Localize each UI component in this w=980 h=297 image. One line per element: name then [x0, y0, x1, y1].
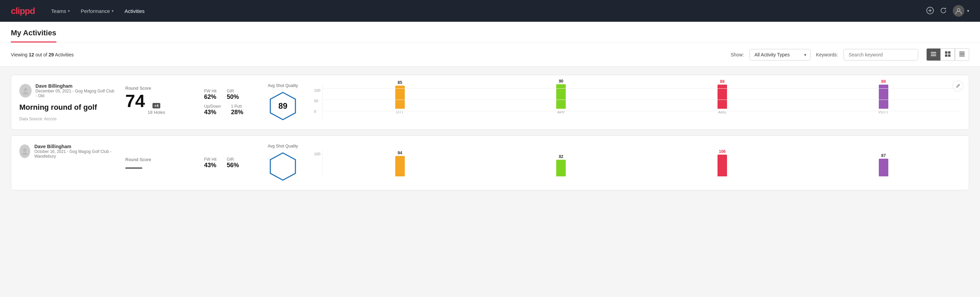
page-header: My Activities [0, 22, 980, 43]
shot-quality-chart: 100 50 0 85 OTT [314, 83, 961, 121]
show-label: Show: [731, 52, 744, 57]
metric-row-1: FW Hit 43% GIR 56% [204, 157, 251, 169]
shot-quality-chart: 100 94 82 106 [314, 144, 961, 182]
svg-rect-11 [959, 52, 965, 52]
viewing-text: Viewing 12 out of 29 Activities [11, 52, 725, 57]
user-date: December 05, 2021 - Gog Magog Golf Club … [36, 89, 115, 98]
activity-type-select-wrapper: All Activity Types [749, 49, 811, 61]
user-name: Dave Billingham [36, 83, 115, 89]
search-input[interactable] [843, 49, 918, 61]
activities-list: Dave Billingham December 05, 2021 - Gog … [0, 67, 980, 198]
hexagon: 89 [267, 91, 298, 121]
bar-arg: 89 ARG [645, 79, 800, 114]
round-score-label: Round Score [125, 157, 193, 162]
bar-putt: 89 PUTT [806, 79, 961, 114]
metric-row-2: Up/Down 43% 1 Putt 28% [204, 104, 251, 116]
page-title: My Activities [11, 22, 56, 43]
svg-point-15 [24, 88, 27, 91]
navbar: clippd Teams ▾ Performance ▾ Activities [0, 0, 980, 22]
score-badge: +4 [153, 103, 160, 109]
filter-bar: Viewing 12 out of 29 Activities Show: Al… [0, 43, 980, 67]
keywords-label: Keywords: [816, 52, 838, 57]
logo[interactable]: clippd [11, 6, 35, 16]
view-list-compact-button[interactable] [926, 48, 940, 61]
view-toggle [926, 48, 969, 61]
avatar [19, 144, 30, 158]
svg-rect-6 [931, 55, 936, 56]
activity-type-select[interactable]: All Activity Types [749, 49, 811, 61]
hexagon [267, 151, 298, 182]
user-avatar[interactable] [953, 5, 964, 17]
svg-rect-14 [959, 56, 965, 56]
bar-putt: 87 [806, 153, 961, 176]
svg-point-19 [22, 153, 27, 155]
score-value: 74 [125, 92, 145, 110]
hexagon-score: 89 [278, 101, 288, 111]
svg-point-3 [957, 8, 960, 11]
metric-gir: GIR 56% [227, 157, 239, 169]
card-metrics: FW Hit 62% GIR 50% Up/Down 43% 1 Putt 28… [204, 83, 251, 121]
metric-fw-hit: FW Hit 43% [204, 157, 216, 169]
bar-arg: 106 [645, 149, 800, 176]
chevron-down-icon: ▾ [68, 9, 70, 13]
round-score-label: Round Score [125, 86, 193, 91]
data-source: Data Source: Arccos [19, 117, 115, 121]
score-row: 74 +4 18 Holes [125, 92, 193, 119]
svg-point-16 [23, 92, 28, 94]
user-row: Dave Billingham October 16, 2021 - Gog M… [19, 144, 115, 159]
svg-rect-4 [931, 52, 936, 53]
viewing-count: 12 [29, 52, 34, 57]
avatar [19, 84, 32, 97]
user-chevron-icon: ▾ [967, 8, 969, 13]
metric-row-1: FW Hit 62% GIR 50% [204, 89, 251, 101]
svg-rect-9 [945, 54, 947, 57]
metric-1putt: 1 Putt 28% [231, 104, 243, 116]
viewing-total: 29 [49, 52, 54, 57]
bar-ott: 85 OTT [323, 80, 477, 114]
metric-fw-hit: FW Hit 62% [204, 89, 216, 101]
round-score-section: Round Score [125, 144, 193, 182]
chevron-down-icon: ▾ [112, 9, 114, 13]
nav-actions: ▾ [926, 5, 969, 17]
nav-label-activities: Activities [125, 8, 145, 14]
activity-title: Morning round of golf [19, 103, 115, 112]
svg-rect-13 [959, 54, 965, 55]
nav-item-activities[interactable]: Activities [125, 2, 145, 21]
nav-label-teams: Teams [51, 8, 66, 14]
svg-rect-8 [948, 51, 950, 54]
view-grid-button[interactable] [940, 48, 955, 61]
user-row: Dave Billingham December 05, 2021 - Gog … [19, 83, 115, 98]
activity-card: Dave Billingham October 16, 2021 - Gog M… [11, 135, 969, 190]
view-list-button[interactable] [955, 48, 969, 61]
svg-rect-10 [948, 54, 950, 57]
refresh-button[interactable] [940, 7, 947, 15]
quality-title: Avg Shot Quality [267, 83, 298, 88]
svg-marker-20 [270, 153, 296, 180]
metric-updown: Up/Down 43% [204, 104, 221, 116]
nav-item-performance[interactable]: Performance ▾ [81, 2, 114, 21]
bar-app: 90 APP [484, 79, 638, 114]
card-metrics: FW Hit 43% GIR 56% [204, 144, 251, 182]
round-score-section: Round Score 74 +4 18 Holes [125, 83, 193, 121]
score-holes: 18 Holes [148, 110, 165, 115]
svg-rect-7 [945, 51, 947, 54]
bar-app: 82 [484, 154, 638, 176]
card-left: Dave Billingham October 16, 2021 - Gog M… [19, 144, 115, 182]
add-button[interactable] [926, 7, 934, 15]
bar-ott: 94 [323, 150, 477, 176]
score-row [125, 163, 193, 169]
avg-shot-quality: Avg Shot Quality 89 [262, 83, 303, 121]
avg-shot-quality: Avg Shot Quality [262, 144, 303, 182]
svg-rect-12 [959, 53, 965, 54]
card-left: Dave Billingham December 05, 2021 - Gog … [19, 83, 115, 121]
quality-title: Avg Shot Quality [267, 144, 298, 148]
user-name: Dave Billingham [34, 144, 115, 149]
nav-item-teams[interactable]: Teams ▾ [51, 2, 70, 21]
svg-rect-5 [931, 54, 936, 54]
metric-gir: GIR 50% [227, 89, 239, 101]
svg-point-18 [23, 148, 27, 152]
user-info: Dave Billingham October 16, 2021 - Gog M… [34, 144, 115, 159]
activity-card: Dave Billingham December 05, 2021 - Gog … [11, 75, 969, 130]
user-info: Dave Billingham December 05, 2021 - Gog … [36, 83, 115, 98]
user-date: October 16, 2021 - Gog Magog Golf Club -… [34, 149, 115, 159]
